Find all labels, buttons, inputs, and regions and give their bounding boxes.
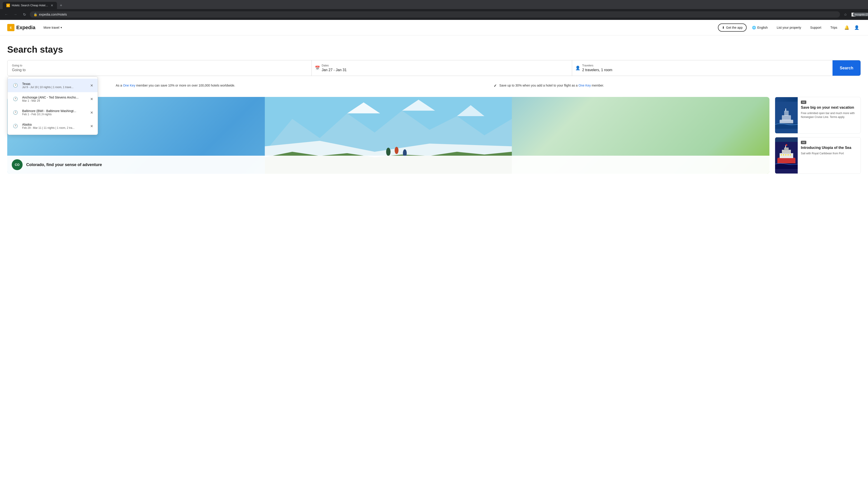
svg-text:E: E (10, 26, 12, 29)
ad-title-1: Save big on your next vacation (801, 105, 857, 110)
tab-close-btn[interactable]: ✕ (51, 4, 53, 7)
travelers-label: Travelers (582, 64, 828, 67)
svg-point-11 (386, 148, 391, 156)
logo-text: Expedia (16, 25, 35, 31)
dropdown-item-texas[interactable]: 🕐 Texas Jul 9 - Jul 19 | 10 nights | 1 r… (8, 78, 98, 92)
benefit-2: ✓ Save up to 30% when you add a hotel to… (494, 83, 861, 88)
header-right-nav: ⬇ Get the app 🌐 English List your proper… (718, 24, 861, 32)
colorado-banner: CO Colorado, find your sense of adventur… (7, 156, 770, 174)
account-icon[interactable]: 👤 (852, 24, 861, 32)
history-icon-4: 🕐 (11, 122, 20, 130)
colorado-banner-text: Colorado, find your sense of adventure (26, 162, 102, 167)
svg-rect-29 (783, 154, 784, 156)
dropdown-item-title-2: Anchorage (ANC - Ted Stevens Ancho... (22, 96, 87, 99)
colorado-logo: CO (12, 159, 23, 170)
bookmark-icon[interactable]: ☆ (842, 11, 849, 18)
dropdown-item-alaska[interactable]: 🕐 Alaska Feb 29 - Mar 11 | 11 nights | 1… (8, 119, 98, 133)
logo[interactable]: E Expedia (7, 24, 35, 31)
dropdown-item-subtitle-2: Mar 1 - Mar 29 (22, 99, 87, 102)
get-app-button[interactable]: ⬇ Get the app (718, 24, 747, 32)
destination-dropdown: 🕐 Texas Jul 9 - Jul 19 | 10 nights | 1 r… (7, 76, 98, 135)
active-tab[interactable]: E Hotels: Search Cheap Hotels, D... ✕ (3, 2, 57, 9)
dropdown-item-title-3: Baltimore (BWI - Baltimore Washingt... (22, 109, 87, 113)
benefit-1-text: As a One Key member you can save 10% or … (116, 83, 235, 88)
svg-rect-31 (787, 154, 789, 156)
list-property-button[interactable]: List your property (773, 24, 805, 31)
download-icon: ⬇ (722, 26, 725, 29)
lock-icon: 🔒 (33, 13, 37, 16)
forward-btn[interactable]: → (12, 11, 19, 18)
incognito-icon[interactable]: Incognito (2) (858, 11, 865, 18)
browser-chrome: E Hotels: Search Cheap Hotels, D... ✕ + … (0, 0, 868, 20)
dropdown-item-anchorage[interactable]: 🕐 Anchorage (ANC - Ted Stevens Ancho... … (8, 92, 98, 106)
history-icon: 🕐 (11, 81, 20, 90)
svg-rect-24 (784, 148, 789, 150)
more-travel-nav[interactable]: More travel ▾ (41, 24, 65, 31)
going-to-value: Going to (12, 68, 26, 72)
ad-image-1 (775, 97, 798, 133)
dates-label: Dates (322, 64, 567, 67)
page-title: Search stays (7, 44, 861, 55)
search-bar: Going to Going to 🕐 Texas Jul 9 - Jul 19… (7, 60, 861, 76)
back-btn[interactable]: ← (3, 11, 10, 18)
dates-value: Jan 27 - Jan 31 (322, 68, 346, 72)
svg-point-12 (395, 147, 399, 154)
dropdown-item-subtitle: Jul 9 - Jul 19 | 10 nights | 1 room, 1 t… (22, 86, 87, 89)
checkmark-icon: ✓ (494, 84, 497, 88)
dropdown-item-text: Texas Jul 9 - Jul 19 | 10 nights | 1 roo… (22, 82, 87, 89)
notifications-icon[interactable]: 🔔 (843, 24, 851, 32)
dropdown-item-text-4: Alaska Feb 29 - Mar 11 | 11 nights | 1 r… (22, 123, 87, 129)
tab-title: Hotels: Search Cheap Hotels, D... (12, 4, 49, 7)
ad-content-1: Ad Save big on your next vacation Free u… (798, 97, 861, 133)
language-button[interactable]: 🌐 English (748, 24, 771, 31)
ad-badge-2: Ad (801, 141, 806, 144)
ad-badge-1: Ad (801, 101, 806, 104)
benefit-1: As a One Key member you can save 10% or … (116, 83, 483, 88)
support-button[interactable]: Support (807, 24, 825, 31)
tab-favicon: E (6, 4, 10, 7)
dropdown-item-title: Texas (22, 82, 87, 86)
logo-icon: E (7, 24, 14, 31)
remove-icon[interactable]: ✕ (89, 83, 94, 89)
ad-content-2: Ad Introducing Utopia of the Sea Sail wi… (798, 137, 861, 173)
refresh-btn[interactable]: ↻ (21, 11, 28, 18)
svg-rect-32 (790, 154, 791, 156)
svg-rect-17 (784, 111, 789, 116)
ad-card-2[interactable]: Ad Introducing Utopia of the Sea Sail wi… (775, 137, 861, 174)
search-button[interactable]: Search (833, 60, 861, 76)
remove-icon-3[interactable]: ✕ (89, 109, 94, 116)
tab-bar: E Hotels: Search Cheap Hotels, D... ✕ + (0, 0, 868, 9)
svg-point-26 (785, 144, 787, 146)
history-icon-2: 🕐 (11, 95, 20, 103)
svg-rect-28 (781, 154, 782, 156)
dropdown-item-baltimore[interactable]: 🕐 Baltimore (BWI - Baltimore Washingt...… (8, 106, 98, 119)
svg-rect-22 (780, 153, 793, 158)
trips-button[interactable]: Trips (827, 24, 841, 31)
new-tab-btn[interactable]: + (58, 2, 64, 8)
dropdown-item-text-3: Baltimore (BWI - Baltimore Washingt... F… (22, 109, 87, 116)
person-icon: 👤 (575, 66, 580, 70)
travelers-value: 2 travelers, 1 room (582, 68, 612, 72)
svg-rect-30 (785, 154, 786, 156)
remove-icon-2[interactable]: ✕ (89, 96, 94, 102)
one-key-link-1[interactable]: One Key (123, 84, 135, 87)
globe-icon: 🌐 (752, 26, 756, 29)
more-travel-label: More travel (43, 26, 59, 29)
ad-desc-2: Sail with Royal Caribbean from Port (801, 152, 857, 156)
main-promo-card[interactable]: CO Colorado, find your sense of adventur… (7, 97, 770, 174)
browser-action-icons: ☆ ⬜ Incognito (2) (842, 11, 865, 18)
main-content: Search stays Going to Going to 🕐 Texas J… (0, 35, 868, 174)
ad-image-2 (775, 137, 798, 173)
one-key-link-2[interactable]: One Key (579, 84, 591, 87)
dropdown-item-title-4: Alaska (22, 123, 87, 126)
dropdown-item-text-2: Anchorage (ANC - Ted Stevens Ancho... Ma… (22, 96, 87, 102)
remove-icon-4[interactable]: ✕ (89, 123, 94, 129)
page: E Expedia More travel ▾ ⬇ Get the app 🌐 … (0, 20, 868, 201)
going-to-field[interactable]: Going to Going to 🕐 Texas Jul 9 - Jul 19… (7, 60, 312, 76)
dates-field[interactable]: 📅 Dates Jan 27 - Jan 31 (312, 60, 572, 76)
benefits-section: As a One Key member you can save 10% or … (7, 83, 861, 88)
address-bar[interactable]: 🔒 expedia.com/Hotels (30, 11, 840, 18)
travelers-field[interactable]: 👤 Travelers 2 travelers, 1 room (572, 60, 832, 76)
ad-title-2: Introducing Utopia of the Sea (801, 145, 857, 150)
ad-card-1[interactable]: Ad Save big on your next vacation Free u… (775, 97, 861, 133)
